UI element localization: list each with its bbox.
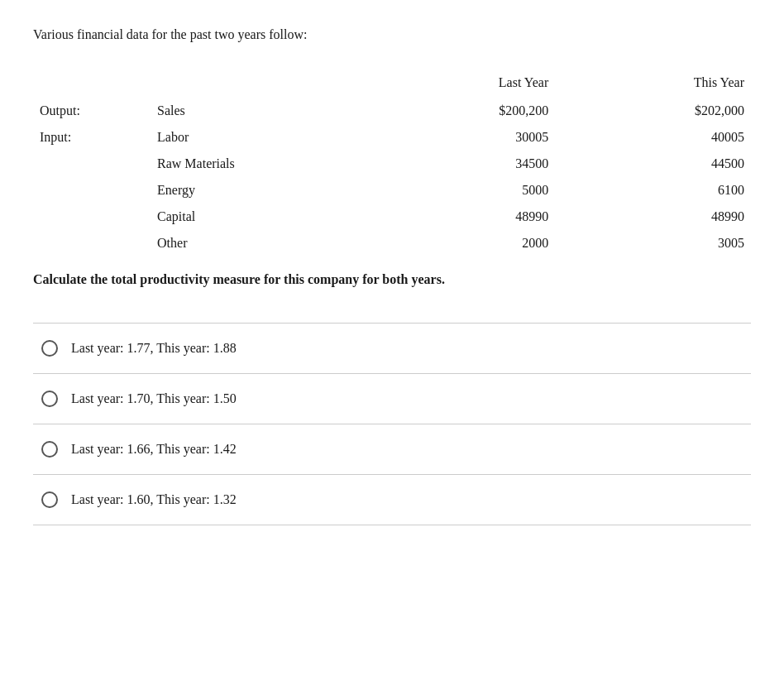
row-last-year-value: 5000 (360, 177, 556, 204)
option-row-2[interactable]: Last year: 1.66, This year: 1.42 (33, 424, 751, 474)
table-row: Input:Labor3000540005 (33, 124, 751, 151)
row-last-year-value: 2000 (360, 230, 556, 256)
table-row: Raw Materials3450044500 (33, 151, 751, 177)
row-category (33, 204, 151, 230)
row-this-year-value: 6100 (555, 177, 751, 204)
options-container: Last year: 1.77, This year: 1.88Last yea… (33, 323, 751, 525)
option-label-2: Last year: 1.66, This year: 1.42 (71, 439, 237, 459)
row-this-year-value: $202,000 (555, 98, 751, 124)
radio-button-3[interactable] (41, 491, 58, 508)
row-item: Energy (151, 177, 360, 204)
radio-button-2[interactable] (41, 441, 58, 458)
radio-button-0[interactable] (41, 340, 58, 357)
row-last-year-value: 30005 (360, 124, 556, 151)
radio-button-1[interactable] (41, 391, 58, 407)
table-row: Energy50006100 (33, 177, 751, 204)
table-row: Other20003005 (33, 230, 751, 256)
row-last-year-value: 34500 (360, 151, 556, 177)
option-row-3[interactable]: Last year: 1.60, This year: 1.32 (33, 474, 751, 525)
option-label-1: Last year: 1.70, This year: 1.50 (71, 389, 237, 409)
row-item: Other (151, 230, 360, 256)
row-item: Raw Materials (151, 151, 360, 177)
header-last-year: Last Year (360, 70, 556, 98)
option-row-1[interactable]: Last year: 1.70, This year: 1.50 (33, 373, 751, 424)
row-this-year-value: 48990 (555, 204, 751, 230)
row-item: Sales (151, 98, 360, 124)
row-last-year-value: 48990 (360, 204, 556, 230)
row-category: Output: (33, 98, 151, 124)
header-this-year: This Year (555, 70, 751, 98)
option-label-0: Last year: 1.77, This year: 1.88 (71, 338, 237, 358)
table-row: Capital4899048990 (33, 204, 751, 230)
financial-table: Last Year This Year Output:Sales$200,200… (33, 70, 751, 256)
row-last-year-value: $200,200 (360, 98, 556, 124)
row-category (33, 151, 151, 177)
row-item: Capital (151, 204, 360, 230)
row-category: Input: (33, 124, 151, 151)
intro-text: Various financial data for the past two … (33, 25, 751, 45)
row-category (33, 230, 151, 256)
row-item: Labor (151, 124, 360, 151)
option-label-3: Last year: 1.60, This year: 1.32 (71, 490, 237, 510)
option-row-0[interactable]: Last year: 1.77, This year: 1.88 (33, 323, 751, 373)
row-this-year-value: 44500 (555, 151, 751, 177)
row-this-year-value: 3005 (555, 230, 751, 256)
row-this-year-value: 40005 (555, 124, 751, 151)
calculate-text: Calculate the total productivity measure… (33, 270, 751, 290)
table-row: Output:Sales$200,200$202,000 (33, 98, 751, 124)
row-category (33, 177, 151, 204)
